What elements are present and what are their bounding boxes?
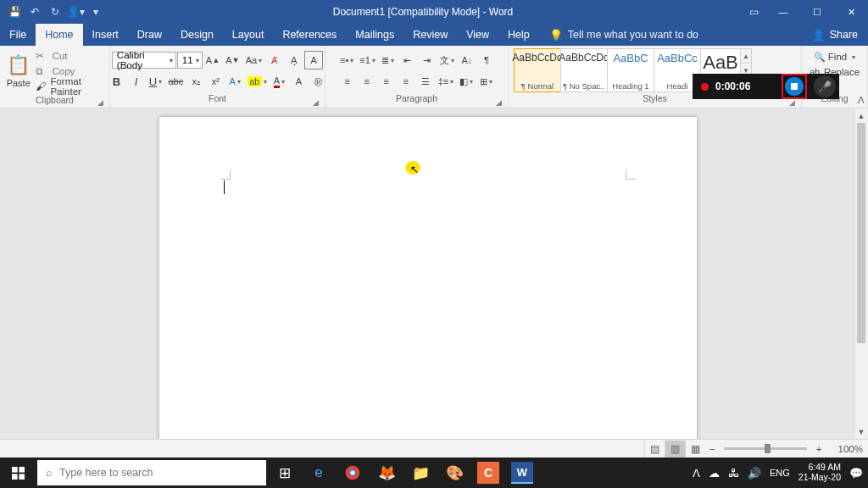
- tab-design[interactable]: Design: [171, 24, 223, 46]
- edge-icon[interactable]: e: [302, 458, 336, 488]
- collapse-ribbon-icon[interactable]: ᐱ: [858, 95, 865, 106]
- tell-me-search[interactable]: 💡 Tell me what you want to do: [539, 24, 698, 46]
- language-indicator[interactable]: ENG: [770, 468, 790, 478]
- chrome-icon[interactable]: [336, 458, 370, 488]
- strikethrough-button[interactable]: abc: [166, 72, 186, 91]
- tab-help[interactable]: Help: [498, 24, 539, 46]
- sort-button[interactable]: A↓: [458, 51, 476, 69]
- shrink-font-button[interactable]: A▼: [223, 51, 242, 69]
- format-painter-button[interactable]: 🖌Format Painter: [36, 79, 105, 94]
- close-button[interactable]: ✕: [834, 0, 868, 24]
- cut-button[interactable]: ✂Cut: [36, 48, 105, 64]
- microphone-button[interactable]: 🎤: [814, 75, 836, 97]
- zoom-level[interactable]: 100%: [826, 444, 863, 454]
- clock[interactable]: 6:49 AM 21-May-20: [798, 463, 841, 482]
- clipboard-launcher-icon[interactable]: ◢: [97, 98, 103, 107]
- style-normal[interactable]: AaBbCcDd ¶ Normal: [514, 48, 561, 92]
- bold-button[interactable]: B: [108, 72, 126, 91]
- distributed-button[interactable]: ☰: [416, 72, 435, 91]
- camtasia-icon[interactable]: C: [477, 462, 499, 484]
- page[interactable]: [159, 117, 697, 439]
- borders-button[interactable]: ⊞▾: [476, 72, 495, 91]
- highlight-button[interactable]: ab▾: [245, 72, 269, 91]
- tab-home[interactable]: Home: [36, 24, 82, 46]
- minimize-button[interactable]: —: [766, 0, 800, 24]
- style-heading-1[interactable]: AaBbC Heading 1: [607, 48, 654, 92]
- font-launcher-icon[interactable]: ◢: [313, 98, 319, 107]
- justify-button[interactable]: ≡: [397, 72, 415, 91]
- font-size-combo[interactable]: 11▾: [177, 52, 203, 69]
- document-area[interactable]: [0, 108, 868, 439]
- phonetic-guide-button[interactable]: A͎: [285, 51, 303, 69]
- styles-launcher-icon[interactable]: ◢: [789, 98, 795, 107]
- tab-file[interactable]: File: [0, 24, 36, 46]
- increase-indent-button[interactable]: ⇥: [418, 51, 437, 69]
- undo-icon[interactable]: ↶: [25, 3, 44, 21]
- zoom-in-button[interactable]: +: [812, 444, 826, 454]
- zoom-slider-thumb[interactable]: [765, 444, 771, 453]
- tray-expand-icon[interactable]: ᐱ: [693, 467, 700, 480]
- vertical-scrollbar[interactable]: ▲ ▼: [854, 108, 868, 439]
- start-button[interactable]: [0, 458, 36, 488]
- subscript-button[interactable]: x₂: [186, 72, 205, 91]
- task-view-button[interactable]: ⊞: [268, 458, 302, 488]
- shading-button[interactable]: ◧▾: [457, 72, 476, 91]
- network-icon[interactable]: 🖧: [728, 467, 739, 480]
- ribbon-display-options-icon[interactable]: ▭: [741, 0, 766, 24]
- scroll-thumb[interactable]: [857, 123, 865, 343]
- decrease-indent-button[interactable]: ⇤: [398, 51, 417, 69]
- align-left-button[interactable]: ≡: [338, 72, 357, 91]
- tab-review[interactable]: Review: [403, 24, 457, 46]
- web-layout-button[interactable]: ▦: [685, 441, 705, 458]
- paste-button[interactable]: 📋 Paste: [4, 47, 32, 95]
- scroll-down-icon[interactable]: ▼: [854, 424, 868, 439]
- paint-icon[interactable]: 🎨: [437, 458, 471, 488]
- style-no-spacing[interactable]: AaBbCcDd ¶ No Spac...: [560, 48, 608, 92]
- find-button[interactable]: 🔍Find▾: [814, 49, 855, 64]
- bullets-button[interactable]: ≡•▾: [337, 51, 356, 69]
- action-center-icon[interactable]: 💬: [849, 467, 863, 480]
- print-layout-button[interactable]: ▥: [665, 441, 685, 458]
- volume-icon[interactable]: 🔊: [748, 467, 761, 480]
- tab-references[interactable]: References: [273, 24, 346, 46]
- character-shading-button[interactable]: A: [290, 72, 309, 91]
- file-explorer-icon[interactable]: 📁: [403, 458, 437, 488]
- clear-formatting-button[interactable]: A̸: [265, 51, 284, 69]
- change-case-button[interactable]: Aa▾: [243, 51, 264, 69]
- taskbar-search[interactable]: ⌕ Type here to search: [37, 460, 266, 485]
- save-icon[interactable]: 💾: [5, 3, 24, 21]
- style-scroll-up-icon[interactable]: ▲: [741, 49, 751, 64]
- zoom-slider[interactable]: [724, 447, 807, 450]
- scroll-up-icon[interactable]: ▲: [854, 108, 868, 123]
- firefox-icon[interactable]: 🦊: [370, 458, 403, 488]
- tab-layout[interactable]: Layout: [223, 24, 274, 46]
- underline-button[interactable]: U▾: [147, 72, 165, 91]
- show-hide-button[interactable]: ¶: [477, 51, 496, 69]
- word-icon[interactable]: W: [511, 462, 533, 484]
- stop-recording-button[interactable]: [785, 77, 804, 96]
- multilevel-list-button[interactable]: ≣▾: [379, 51, 398, 69]
- qat-customize-icon[interactable]: ▾: [86, 3, 105, 21]
- maximize-button[interactable]: ☐: [800, 0, 834, 24]
- character-border-button[interactable]: A: [304, 51, 323, 69]
- zoom-out-button[interactable]: −: [705, 444, 719, 454]
- redo-icon[interactable]: ↻: [46, 3, 64, 21]
- superscript-button[interactable]: x²: [206, 72, 225, 91]
- read-mode-button[interactable]: ▤: [644, 441, 665, 458]
- numbering-button[interactable]: ≡1▾: [357, 51, 378, 69]
- tab-view[interactable]: View: [457, 24, 498, 46]
- italic-button[interactable]: I: [127, 72, 146, 91]
- font-color-button[interactable]: A▾: [270, 72, 289, 91]
- share-button[interactable]: 👤 Share: [802, 24, 868, 46]
- asian-layout-button[interactable]: 文▾: [437, 51, 457, 69]
- tab-draw[interactable]: Draw: [128, 24, 171, 46]
- align-center-button[interactable]: ≡: [358, 72, 376, 91]
- recording-bar[interactable]: 0:00:06 🎤: [693, 74, 839, 99]
- text-effects-button[interactable]: A▾: [225, 72, 244, 91]
- align-right-button[interactable]: ≡: [377, 72, 396, 91]
- tab-insert[interactable]: Insert: [83, 24, 128, 46]
- onedrive-icon[interactable]: ☁: [709, 467, 720, 480]
- account-icon[interactable]: 👤▾: [66, 3, 85, 21]
- line-spacing-button[interactable]: ‡≡▾: [436, 72, 457, 91]
- font-name-combo[interactable]: Calibri (Body▾: [112, 52, 176, 69]
